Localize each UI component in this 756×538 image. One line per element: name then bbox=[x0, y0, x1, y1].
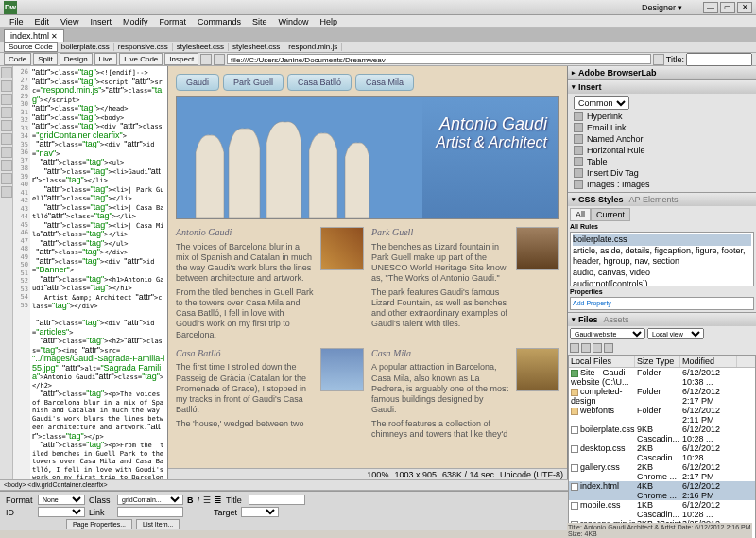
files-tool-icon[interactable] bbox=[604, 343, 613, 353]
code-pane: 26 27 28 29 30 31 32 33 34 35 36 37 38 3… bbox=[0, 66, 168, 479]
menu-window[interactable]: Window bbox=[272, 17, 314, 26]
files-tool-icon[interactable] bbox=[593, 343, 602, 353]
related-file[interactable]: stylesheet.css bbox=[229, 43, 284, 51]
browser-preview-icon[interactable] bbox=[200, 54, 212, 65]
insert-item[interactable]: Hyperlink bbox=[570, 111, 754, 122]
code-tool-icon[interactable] bbox=[1, 173, 12, 184]
code-toolbar bbox=[0, 66, 13, 479]
view-livecode-button[interactable]: Live Code bbox=[119, 53, 163, 65]
file-row[interactable]: gallery.css 2KB Chrome ...6/12/2012 2:17… bbox=[569, 462, 755, 481]
add-property-link[interactable]: Add Property bbox=[570, 297, 754, 310]
italic-button[interactable]: I bbox=[198, 495, 200, 505]
doc-tab-index[interactable]: index.html ✕ bbox=[4, 29, 64, 42]
format-select[interactable]: None bbox=[38, 495, 85, 505]
files-tool-icon[interactable] bbox=[581, 343, 591, 353]
viewport-size: 1003 x 905 bbox=[394, 470, 437, 479]
file-row[interactable]: mobile.css 1KB Cascadin...6/12/2012 10:2… bbox=[569, 500, 755, 519]
file-row[interactable]: index.html 4KB Chrome ...6/12/2012 2:16 … bbox=[569, 481, 755, 500]
workspace-switcher[interactable]: Designer bbox=[642, 3, 676, 12]
zoom-level[interactable]: 100% bbox=[367, 470, 388, 479]
menu-modify[interactable]: Modify bbox=[117, 17, 154, 26]
insert-item[interactable]: Email Link bbox=[570, 122, 754, 133]
menu-site[interactable]: Site bbox=[247, 17, 273, 26]
article: Antonio Gaudi The voices of Barcelona bl… bbox=[176, 227, 364, 340]
view-live-button[interactable]: Live bbox=[94, 53, 118, 65]
files-grid[interactable]: Local Files Size Type Modified Site - Ga… bbox=[568, 355, 756, 538]
code-tool-icon[interactable] bbox=[1, 67, 12, 78]
code-tool-icon[interactable] bbox=[1, 186, 12, 198]
menu-help[interactable]: Help bbox=[314, 17, 343, 26]
maximize-button[interactable]: ▭ bbox=[720, 2, 735, 13]
related-file[interactable]: respond.min.js bbox=[284, 43, 342, 51]
link-input[interactable] bbox=[117, 507, 183, 517]
file-row[interactable]: Site - Gaudi website (C:\U... Folder6/12… bbox=[569, 368, 755, 387]
tab-casa-batllo[interactable]: Casa Batlló bbox=[287, 74, 352, 91]
menu-format[interactable]: Format bbox=[153, 17, 192, 26]
minimize-button[interactable]: — bbox=[703, 2, 718, 13]
target-select[interactable] bbox=[241, 507, 279, 517]
bold-button[interactable]: B bbox=[187, 495, 194, 505]
view-inspect-button[interactable]: Inspect bbox=[164, 53, 198, 65]
menu-file[interactable]: File bbox=[4, 17, 29, 26]
files-tool-icon[interactable] bbox=[570, 343, 579, 353]
related-file[interactable]: responsive.css bbox=[114, 43, 173, 51]
address-field[interactable]: file:///C:/Users/Janine/Documents/Dreamw… bbox=[227, 54, 651, 64]
code-tool-icon[interactable] bbox=[1, 120, 12, 131]
file-row[interactable]: desktop.css 2KB Cascadin...6/12/2012 10:… bbox=[569, 443, 755, 462]
code-tool-icon[interactable] bbox=[1, 133, 12, 145]
toolbar-icon[interactable] bbox=[653, 54, 664, 65]
code-tool-icon[interactable] bbox=[1, 107, 12, 118]
list-ol-icon[interactable]: ≣ bbox=[215, 495, 222, 505]
view-code-button[interactable]: Code bbox=[4, 53, 31, 65]
menu-insert[interactable]: Insert bbox=[84, 17, 117, 26]
close-button[interactable]: ✕ bbox=[737, 2, 752, 13]
insert-category-select[interactable]: Common bbox=[574, 96, 629, 110]
tab-park-guell[interactable]: Park Guell bbox=[223, 74, 284, 91]
insert-item[interactable]: Insert Div Tag bbox=[570, 167, 754, 179]
panel-insert-header[interactable]: ▾Insert bbox=[568, 80, 756, 94]
insert-item[interactable]: Images : Images bbox=[570, 179, 754, 190]
view-select[interactable]: Local view bbox=[647, 328, 704, 339]
file-row[interactable]: webfonts Folder6/12/2012 2:11 PM bbox=[569, 406, 755, 425]
tab-casa-mila[interactable]: Casa Mila bbox=[355, 74, 414, 91]
code-tool-icon[interactable] bbox=[1, 94, 12, 105]
menu-commands[interactable]: Commands bbox=[192, 17, 247, 26]
file-row[interactable]: boilerplate.css 9KB Cascadin...6/12/2012… bbox=[569, 425, 755, 443]
panel-browserlab-header[interactable]: ▸Adobe BrowserLab bbox=[568, 66, 756, 79]
design-pane[interactable]: Gaudi Park Guell Casa Batlló Casa Mila bbox=[168, 66, 567, 479]
code-tool-icon[interactable] bbox=[1, 80, 12, 92]
insert-item[interactable]: Table bbox=[570, 156, 754, 167]
refresh-icon[interactable] bbox=[214, 54, 225, 65]
panel-files-header[interactable]: ▾FilesAssets bbox=[568, 313, 756, 326]
css-tab-current[interactable]: Current bbox=[591, 208, 630, 221]
file-row[interactable]: completed-design Folder6/12/2012 2:17 PM bbox=[569, 387, 755, 406]
insert-item-icon bbox=[574, 123, 583, 132]
title-input[interactable] bbox=[686, 53, 752, 66]
related-file[interactable]: stylesheet.css bbox=[173, 43, 229, 51]
site-select[interactable]: Gaudi website bbox=[570, 328, 645, 339]
id-select[interactable] bbox=[38, 507, 85, 517]
title-input[interactable] bbox=[249, 495, 305, 505]
view-design-button[interactable]: Design bbox=[60, 53, 93, 65]
code-tool-icon[interactable] bbox=[1, 160, 12, 171]
css-rules-list[interactable]: boilerplate.css article, aside, details,… bbox=[570, 232, 754, 286]
related-source[interactable]: Source Code bbox=[4, 42, 58, 52]
tab-gaudi[interactable]: Gaudi bbox=[176, 74, 219, 91]
menu-view[interactable]: View bbox=[55, 17, 84, 26]
list-item-button[interactable]: List Item... bbox=[136, 519, 180, 529]
class-select[interactable]: gridContain... bbox=[117, 495, 183, 505]
page-properties-button[interactable]: Page Properties... bbox=[66, 519, 132, 529]
menu-edit[interactable]: Edit bbox=[29, 17, 56, 26]
code-editor[interactable]: "attr">class="tag"><![endif]--> "attr">c… bbox=[30, 66, 167, 479]
article: Casa Mila A popular attraction in Barcel… bbox=[371, 348, 559, 440]
related-file[interactable]: boilerplate.css bbox=[58, 43, 114, 51]
insert-item-icon bbox=[574, 157, 583, 166]
view-split-button[interactable]: Split bbox=[33, 53, 58, 65]
css-tab-all[interactable]: All bbox=[570, 208, 591, 221]
list-ul-icon[interactable]: ☰ bbox=[203, 495, 211, 505]
code-tool-icon[interactable] bbox=[1, 147, 12, 158]
insert-item[interactable]: Named Anchor bbox=[570, 133, 754, 145]
insert-item[interactable]: Horizontal Rule bbox=[570, 145, 754, 156]
panel-dock: ▸Adobe BrowserLab ▾Insert Common Hyperli… bbox=[567, 66, 756, 479]
panel-css-header[interactable]: ▾CSS StylesAP Elements bbox=[568, 193, 756, 206]
